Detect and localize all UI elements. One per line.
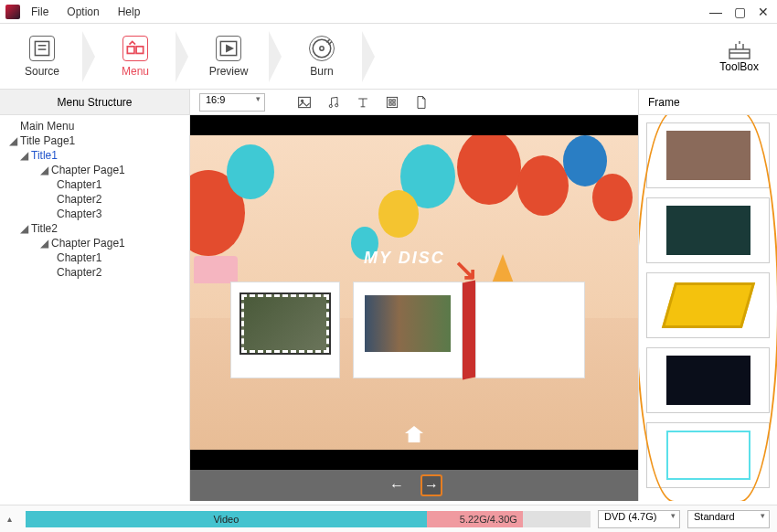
progress-video-label: Video	[213, 514, 239, 525]
title-bar: File Option Help — ▢ ✕	[0, 0, 777, 24]
title-thumbnail-2[interactable]	[364, 294, 452, 353]
minimize-button[interactable]: —	[708, 5, 724, 19]
tree-chapter3-a[interactable]: Chapter3	[0, 207, 189, 221]
svg-rect-16	[299, 97, 311, 107]
pedestal-side	[463, 281, 475, 380]
svg-point-19	[335, 103, 338, 106]
frame-swatch	[666, 356, 750, 405]
tree-chapter2-a[interactable]: Chapter2	[0, 192, 189, 207]
menu-help[interactable]: Help	[118, 5, 141, 18]
svg-rect-4	[136, 46, 144, 53]
frame-option-2[interactable]	[646, 197, 770, 263]
step-menu[interactable]: Menu	[93, 36, 177, 78]
frame-list	[639, 115, 777, 501]
balloon-decoration	[227, 144, 274, 199]
step-preview[interactable]: Preview	[186, 36, 271, 78]
balloon-decoration	[517, 155, 569, 216]
home-icon[interactable]	[405, 426, 423, 442]
svg-rect-11	[729, 49, 750, 59]
toolbox-button[interactable]: ToolBox	[719, 40, 759, 73]
step-burn-label: Burn	[310, 65, 333, 78]
tree-chapter1-a[interactable]: Chapter1	[0, 177, 189, 192]
center-toolbar: 16:9	[190, 90, 638, 115]
tree-main-menu[interactable]: Main Menu	[0, 119, 189, 133]
left-panel: Menu Structure Main Menu ◢Title Page1 ◢T…	[0, 90, 190, 501]
step-preview-label: Preview	[209, 65, 249, 78]
tree-chapter-page1-a[interactable]: ◢Chapter Page1	[0, 163, 189, 177]
tree-title-page1[interactable]: ◢Title Page1	[0, 133, 189, 148]
aspect-ratio-select[interactable]: 16:9	[199, 93, 265, 112]
menu-file[interactable]: File	[31, 5, 48, 18]
music-icon[interactable]	[325, 94, 342, 111]
maximize-button[interactable]: ▢	[731, 5, 748, 19]
size-progress-bar: Video 5.22G/4.30G	[26, 511, 591, 527]
app-icon	[5, 5, 20, 19]
svg-rect-0	[35, 41, 48, 55]
source-icon	[29, 36, 55, 61]
svg-point-7	[313, 39, 331, 58]
menu-scene[interactable]: MY DISC ↘	[190, 135, 638, 450]
tree-title1[interactable]: ◢Title1	[0, 148, 189, 163]
frame-option-4[interactable]	[646, 347, 770, 413]
center-panel: 16:9	[190, 90, 638, 501]
status-bar: ▴ Video 5.22G/4.30G DVD (4.7G) Standard	[0, 505, 777, 532]
svg-rect-26	[393, 99, 395, 101]
preview-area: MY DISC ↘ ← →	[190, 115, 638, 501]
preview-icon	[216, 36, 241, 61]
pedestal	[475, 282, 585, 378]
quality-select[interactable]: Standard	[687, 510, 770, 528]
toolbox-label: ToolBox	[719, 60, 759, 73]
tree-chapter2-b[interactable]: Chapter2	[0, 265, 189, 280]
menu-option[interactable]: Option	[67, 5, 99, 18]
image-icon[interactable]	[296, 94, 313, 111]
left-panel-header: Menu Structure	[0, 90, 189, 115]
balloon-decoration	[378, 190, 419, 238]
svg-point-8	[320, 46, 324, 49]
step-burn[interactable]: Burn	[280, 36, 364, 78]
progress-video-segment: Video	[26, 511, 427, 527]
frame-option-5[interactable]	[646, 422, 770, 488]
window-controls: — ▢ ✕	[708, 5, 772, 19]
file-icon[interactable]	[413, 94, 430, 111]
expand-toggle[interactable]: ▴	[7, 514, 18, 524]
disc-type-select[interactable]: DVD (4.7G)	[598, 510, 680, 528]
title-thumbnail-1[interactable]	[241, 294, 329, 353]
main-area: Menu Structure Main Menu ◢Title Page1 ◢T…	[0, 90, 777, 501]
frame-swatch	[666, 431, 750, 480]
text-icon[interactable]	[355, 94, 371, 111]
prev-page-button[interactable]: ←	[386, 474, 408, 496]
balloon-decoration	[592, 174, 633, 221]
chapter-icon[interactable]	[384, 94, 400, 111]
svg-marker-6	[227, 45, 233, 51]
step-source-label: Source	[25, 65, 59, 78]
close-button[interactable]: ✕	[755, 5, 772, 19]
step-source[interactable]: Source	[0, 36, 84, 78]
frame-option-3[interactable]	[646, 272, 770, 338]
svg-rect-25	[389, 99, 391, 101]
step-menu-label: Menu	[122, 65, 149, 78]
frame-panel: Frame	[638, 90, 777, 501]
step-separator	[362, 31, 375, 82]
progress-over-segment: 5.22G/4.30G	[427, 511, 523, 527]
tree-chapter1-b[interactable]: Chapter1	[0, 250, 189, 265]
disc-title-text[interactable]: MY DISC	[364, 249, 445, 268]
tree-title2[interactable]: ◢Title2	[0, 221, 189, 236]
toolbox-icon	[727, 40, 752, 60]
tree-chapter-page1-b[interactable]: ◢Chapter Page1	[0, 236, 189, 250]
menu-structure-tree: Main Menu ◢Title Page1 ◢Title1 ◢Chapter …	[0, 115, 189, 501]
frame-swatch	[666, 206, 750, 255]
frame-option-1[interactable]	[646, 122, 770, 188]
frame-swatch	[661, 282, 754, 328]
next-page-button[interactable]: →	[420, 474, 442, 496]
menu-bar: File Option Help	[31, 5, 140, 18]
frame-panel-header: Frame	[639, 90, 777, 115]
preview-nav-bar: ← →	[190, 470, 638, 501]
svg-rect-3	[127, 46, 134, 53]
frame-swatch	[666, 131, 750, 180]
svg-point-17	[301, 100, 303, 101]
toolbar-icons	[296, 94, 430, 111]
party-hat-decoration	[492, 254, 514, 283]
svg-rect-24	[387, 97, 397, 107]
arrow-icon: ↘	[453, 252, 478, 287]
burn-icon	[309, 36, 335, 61]
